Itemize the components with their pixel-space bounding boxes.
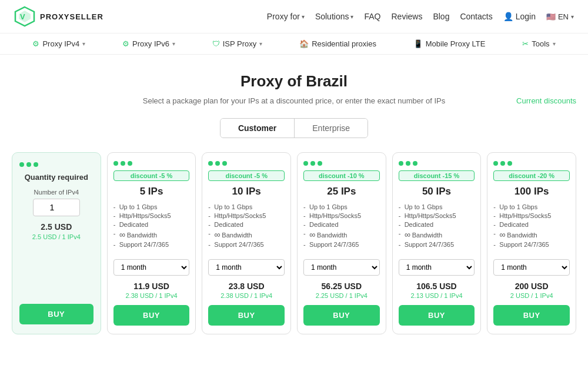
qty-buy-button[interactable]: BUY <box>19 304 93 324</box>
feature-item: -Dedicated <box>113 221 190 228</box>
nav-login[interactable]: 👤 Login <box>503 12 536 21</box>
buy-button[interactable]: BUY <box>113 305 190 326</box>
nav-contacts[interactable]: Contacts <box>460 12 492 21</box>
feature-item: -Dedicated <box>493 221 570 228</box>
subnav-residential[interactable]: 🏠 Residential proxies <box>299 39 376 48</box>
card-price: 106.5 USD <box>399 282 475 291</box>
card-ips: 25 IPs <box>303 186 380 197</box>
card-features: -Up to 1 Gbps-Http/Https/Socks5-Dedicate… <box>208 203 285 253</box>
card-price: 11.9 USD <box>113 282 190 291</box>
feature-item: -Support 24/7/365 <box>208 241 285 248</box>
dot2 <box>26 162 31 167</box>
mobile-icon: 📱 <box>413 39 423 48</box>
dot3 <box>222 161 227 166</box>
package-card-3: discount -15 % 50 IPs -Up to 1 Gbps-Http… <box>392 152 482 334</box>
card-price: 56.25 USD <box>303 282 380 291</box>
month-select[interactable]: 1 month 3 months 6 months 12 months <box>399 259 475 276</box>
feature-item: -Support 24/7/365 <box>493 241 570 248</box>
month-select[interactable]: 1 month 3 months 6 months 12 months <box>208 259 285 276</box>
card-dots <box>399 161 475 166</box>
card-price: 200 USD <box>493 282 570 291</box>
dot3 <box>507 161 512 166</box>
buy-button[interactable]: BUY <box>399 305 475 326</box>
month-select[interactable]: 1 month 3 months 6 months 12 months <box>493 259 570 276</box>
dot1 <box>19 162 24 167</box>
feature-item: -∞ Bandwidth <box>303 230 380 239</box>
buy-button[interactable]: BUY <box>303 305 380 326</box>
quantity-card: Quantity required Number of IPv4 2.5 USD… <box>12 152 101 334</box>
qty-input[interactable] <box>33 199 80 216</box>
subnav-tools[interactable]: ✂ Tools ▾ <box>522 39 555 48</box>
nav-solutions[interactable]: Solutions ▾ <box>315 12 354 21</box>
logo[interactable]: V PROXYSELLER <box>14 6 103 27</box>
subnav-isp[interactable]: 🛡 ISP Proxy ▾ <box>212 39 263 48</box>
main-nav: Proxy for ▾ Solutions ▾ FAQ Reviews Blog… <box>267 12 574 21</box>
feature-item: -Http/Https/Socks5 <box>303 212 380 219</box>
dot1 <box>399 161 403 166</box>
feature-item: -∞ Bandwidth <box>399 230 475 239</box>
card-features: -Up to 1 Gbps-Http/Https/Socks5-Dedicate… <box>303 203 380 253</box>
buy-button[interactable]: BUY <box>208 305 285 326</box>
subnav-ipv6[interactable]: ⚙ Proxy IPv6 ▾ <box>122 39 175 48</box>
feature-item: -Support 24/7/365 <box>399 241 475 248</box>
proxy-for-chevron-icon: ▾ <box>302 14 305 20</box>
feature-item: -Http/Https/Socks5 <box>493 212 570 219</box>
subnav-mobile[interactable]: 📱 Mobile Proxy LTE <box>413 39 486 48</box>
ipv6-chevron-icon: ▾ <box>172 41 175 47</box>
feature-item: -∞ Bandwidth <box>208 230 285 239</box>
card-unit: 2.38 USD / 1 IPv4 <box>113 292 190 299</box>
subnav-ipv4[interactable]: ⚙ Proxy IPv4 ▾ <box>32 39 85 48</box>
tab-customer[interactable]: Customer <box>220 119 295 138</box>
package-card-4: discount -20 % 100 IPs -Up to 1 Gbps-Htt… <box>487 152 576 334</box>
card-dots <box>208 161 285 166</box>
dot2 <box>500 161 505 166</box>
discount-badge: discount -5 % <box>208 170 285 181</box>
nav-proxy-for[interactable]: Proxy for ▾ <box>267 12 305 21</box>
dot3 <box>128 161 132 166</box>
dot1 <box>208 161 213 166</box>
qty-sublabel: Number of IPv4 <box>34 189 79 196</box>
feature-item: -Support 24/7/365 <box>113 241 190 248</box>
qty-dots <box>19 162 38 167</box>
main-content: Proxy of Brazil Select a package plan fo… <box>0 55 588 346</box>
card-ips: 50 IPs <box>399 186 475 197</box>
tools-chevron-icon: ▾ <box>553 41 556 47</box>
isp-icon: 🛡 <box>212 39 220 48</box>
feature-item: -Support 24/7/365 <box>303 241 380 248</box>
svg-text:V: V <box>20 12 25 21</box>
nav-blog[interactable]: Blog <box>433 12 449 21</box>
tab-container: Customer Enterprise <box>12 118 576 138</box>
dot2 <box>215 161 220 166</box>
package-card-0: discount -5 % 5 IPs -Up to 1 Gbps-Http/H… <box>107 152 196 334</box>
card-dots <box>493 161 570 166</box>
feature-item: -Dedicated <box>399 221 475 228</box>
current-discounts-link[interactable]: Current discounts <box>516 96 576 105</box>
card-unit: 2.38 USD / 1 IPv4 <box>208 292 285 299</box>
residential-icon: 🏠 <box>299 39 309 48</box>
feature-item: -Up to 1 Gbps <box>208 203 285 210</box>
subtitle-row: Select a package plan for your IPs at a … <box>12 96 576 105</box>
card-ips: 10 IPs <box>208 186 285 197</box>
card-ips: 5 IPs <box>113 186 190 197</box>
ipv4-icon: ⚙ <box>32 39 39 48</box>
qty-label: Quantity required <box>25 173 88 182</box>
month-select[interactable]: 1 month 3 months 6 months 12 months <box>113 259 190 276</box>
header: V PROXYSELLER Proxy for ▾ Solutions ▾ FA… <box>0 0 588 33</box>
month-select[interactable]: 1 month 3 months 6 months 12 months <box>303 259 380 276</box>
logo-text: PROXYSELLER <box>40 12 103 21</box>
buy-button[interactable]: BUY <box>493 305 570 326</box>
card-price: 23.8 USD <box>208 282 285 291</box>
card-dots <box>113 161 190 166</box>
lang-selector[interactable]: 🇺🇸 EN ▾ <box>546 12 574 21</box>
subnav: ⚙ Proxy IPv4 ▾ ⚙ Proxy IPv6 ▾ 🛡 ISP Prox… <box>0 33 588 55</box>
nav-reviews[interactable]: Reviews <box>391 12 422 21</box>
dot2 <box>121 161 125 166</box>
logo-icon: V <box>14 6 35 27</box>
solutions-chevron-icon: ▾ <box>350 14 353 20</box>
feature-item: -∞ Bandwidth <box>493 230 570 239</box>
tab-enterprise[interactable]: Enterprise <box>295 119 368 138</box>
card-ips: 100 IPs <box>493 186 570 197</box>
card-unit: 2.13 USD / 1 IPv4 <box>399 292 475 299</box>
discount-badge: discount -15 % <box>399 170 475 181</box>
nav-faq[interactable]: FAQ <box>364 12 380 21</box>
